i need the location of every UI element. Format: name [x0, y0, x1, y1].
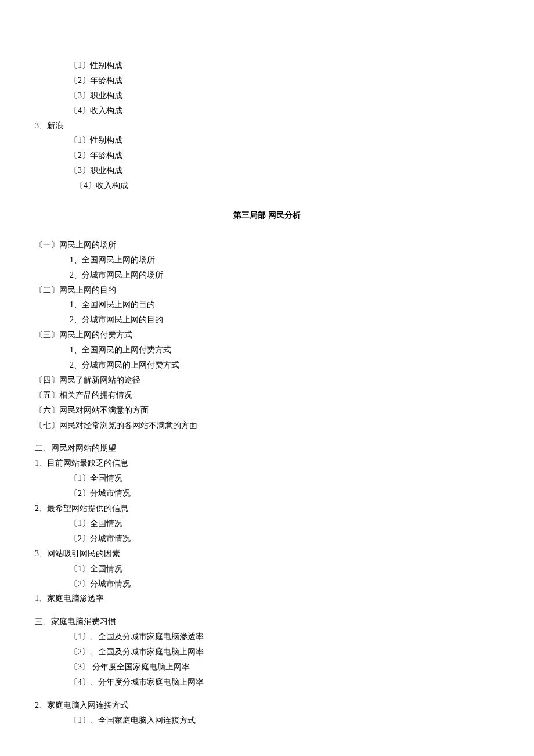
outline-heading: 〔四〕网民了解新网站的途径: [17, 373, 517, 388]
outline-heading: 二、网民对网站的期望: [17, 441, 517, 456]
outline-heading: 〔二〕网民上网的目的: [17, 283, 517, 298]
outline-item: 2、家庭电脑入网连接方式: [17, 698, 517, 713]
section-title: 第三局部 网民分析: [17, 208, 517, 223]
list-item: 〔1〕全国情况: [17, 471, 517, 486]
list-item: 1、全国网民的上网付费方式: [17, 343, 517, 358]
outline-item: 1、目前网站最缺乏的信息: [17, 456, 517, 471]
list-item: 〔1〕性别构成: [17, 133, 517, 148]
outline-heading: 〔三〕网民上网的付费方式: [17, 327, 517, 343]
outline-heading: 〔七〕网民对经常浏览的各网站不满意的方面: [17, 418, 517, 433]
list-item: 〔4〕收入构成: [17, 103, 517, 118]
list-item: 〔1〕、全国及分城市家庭电脑渗透率: [17, 629, 517, 645]
list-item: 〔3〕职业构成: [17, 163, 517, 178]
outline-heading: 〔五〕相关产品的拥有情况: [17, 388, 517, 403]
list-item: 〔3〕职业构成: [17, 88, 517, 103]
outline-item: 1、家庭电脑渗透率: [17, 591, 517, 606]
list-item: 1、全国网民上网的目的: [17, 297, 517, 312]
list-item: 〔1〕全国情况: [17, 516, 517, 531]
list-item: 〔2〕、全国及分城市家庭电脑上网率: [17, 645, 517, 660]
list-item: 〔4〕收入构成: [17, 178, 517, 193]
list-item: 2、分城市网民上网的目的: [17, 312, 517, 327]
list-item: 〔1〕性别构成: [17, 58, 517, 73]
list-item: 2、分城市网民的上网付费方式: [17, 358, 517, 373]
outline-item: 2、最希望网站提供的信息: [17, 501, 517, 516]
outline-item: 3、新浪: [17, 118, 517, 134]
list-item: 〔1〕、全国家庭电脑入网连接方式: [17, 713, 517, 728]
list-item: 〔2〕年龄构成: [17, 73, 517, 88]
outline-heading: 〔六〕网民对网站不满意的方面: [17, 403, 517, 418]
outline-heading: 〔一〕网民上网的场所: [17, 237, 517, 253]
list-item: 〔2〕分城市情况: [17, 486, 517, 501]
outline-item: 3、网站吸引网民的因素: [17, 546, 517, 561]
list-item: 〔2〕年龄构成: [17, 148, 517, 163]
outline-heading: 三、家庭电脑消费习惯: [17, 614, 517, 629]
list-item: 1、全国网民上网的场所: [17, 253, 517, 268]
list-item: 〔2〕分城市情况: [17, 531, 517, 546]
list-item: 〔1〕全国情况: [17, 561, 517, 577]
list-item: 〔3〕 分年度全国家庭电脑上网率: [17, 660, 517, 675]
list-item: 〔2〕分城市情况: [17, 577, 517, 592]
list-item: 2、分城市网民上网的场所: [17, 268, 517, 283]
list-item: 〔4〕、分年度分城市家庭电脑上网率: [17, 675, 517, 690]
